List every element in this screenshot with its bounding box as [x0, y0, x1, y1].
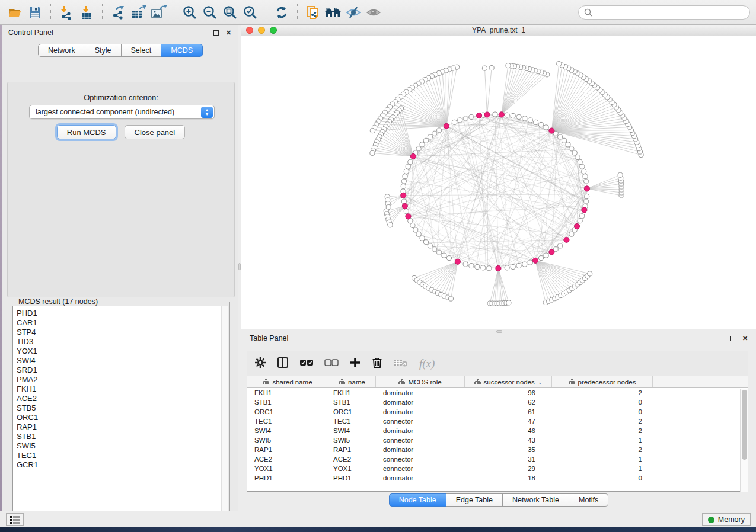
- cell-successor-nodes[interactable]: 18: [465, 473, 552, 483]
- result-scrollbar[interactable]: [221, 306, 228, 520]
- network-node[interactable]: [516, 263, 521, 268]
- criterion-dropdown[interactable]: largest connected component (undirected)…: [29, 105, 215, 119]
- network-node[interactable]: [505, 265, 509, 270]
- column-header-MCDS-role[interactable]: MCDS role: [376, 376, 465, 387]
- mcds-node[interactable]: [444, 123, 449, 129]
- network-node[interactable]: [446, 255, 451, 260]
- cell-MCDS-role[interactable]: connector: [376, 454, 465, 464]
- tab-select[interactable]: Select: [122, 44, 162, 57]
- network-node[interactable]: [584, 199, 589, 204]
- cell-name[interactable]: YOX1: [328, 464, 376, 473]
- network-canvas[interactable]: [241, 36, 756, 329]
- network-node[interactable]: [572, 150, 577, 155]
- network-node[interactable]: [588, 271, 592, 276]
- column-header-predecessor-nodes[interactable]: predecessor nodes: [552, 376, 653, 387]
- search-input[interactable]: [593, 8, 745, 17]
- cell-MCDS-role[interactable]: dominator: [376, 398, 465, 407]
- zoom-selected-icon[interactable]: [240, 2, 260, 23]
- network-node[interactable]: [584, 179, 589, 184]
- network-node[interactable]: [618, 172, 623, 177]
- network-node[interactable]: [370, 128, 375, 133]
- float-table-panel-icon[interactable]: [729, 335, 736, 342]
- mcds-node[interactable]: [499, 112, 504, 117]
- network-node[interactable]: [482, 66, 487, 70]
- network-node[interactable]: [582, 169, 586, 174]
- mcds-result-item[interactable]: SWI5: [17, 441, 228, 451]
- horizontal-splitter-grip[interactable]: [496, 330, 502, 333]
- network-node[interactable]: [463, 262, 468, 267]
- network-node[interactable]: [493, 112, 497, 117]
- table-row[interactable]: SWI4SWI4dominator462: [247, 426, 748, 435]
- table-row[interactable]: PHD1PHD1dominator180: [247, 473, 748, 483]
- network-node[interactable]: [585, 194, 589, 198]
- network-node[interactable]: [423, 138, 428, 143]
- close-table-panel-icon[interactable]: ✕: [741, 335, 749, 342]
- network-node[interactable]: [448, 296, 453, 301]
- cell-name[interactable]: PHD1: [328, 473, 376, 483]
- cell-predecessor-nodes[interactable]: 1: [552, 454, 653, 464]
- mcds-node[interactable]: [575, 223, 580, 229]
- mcds-node[interactable]: [410, 153, 416, 159]
- table-row[interactable]: RAP1RAP1dominator352: [247, 445, 748, 454]
- cell-successor-nodes[interactable]: 62: [465, 398, 552, 407]
- cell-predecessor-nodes[interactable]: 2: [552, 416, 653, 426]
- mcds-result-item[interactable]: YOX1: [17, 347, 228, 356]
- cell-name[interactable]: SWI4: [328, 426, 376, 435]
- cell-shared-name[interactable]: FKH1: [247, 388, 328, 398]
- import-network-icon[interactable]: [56, 2, 76, 23]
- cell-successor-nodes[interactable]: 29: [465, 464, 552, 473]
- network-node[interactable]: [404, 169, 409, 174]
- cell-predecessor-nodes[interactable]: 1: [552, 464, 653, 473]
- network-node[interactable]: [538, 255, 543, 260]
- network-node[interactable]: [406, 164, 410, 169]
- tab-motifs[interactable]: Motifs: [569, 493, 608, 507]
- network-node[interactable]: [506, 63, 511, 68]
- cell-successor-nodes[interactable]: 96: [465, 388, 552, 398]
- network-node[interactable]: [575, 155, 580, 159]
- network-node[interactable]: [558, 243, 563, 248]
- network-node[interactable]: [481, 265, 486, 270]
- mcds-result-item[interactable]: SRD1: [17, 366, 228, 375]
- cell-shared-name[interactable]: SWI4: [247, 426, 328, 435]
- search-box[interactable]: [578, 5, 750, 20]
- save-icon[interactable]: [25, 2, 45, 23]
- cell-name[interactable]: ORC1: [328, 407, 376, 416]
- network-node[interactable]: [511, 113, 515, 118]
- cell-predecessor-nodes[interactable]: 1: [552, 435, 653, 445]
- cell-predecessor-nodes[interactable]: 0: [552, 473, 653, 483]
- mcds-node[interactable]: [476, 113, 481, 118]
- mcds-node[interactable]: [484, 112, 490, 117]
- mcds-node[interactable]: [496, 265, 501, 271]
- network-node[interactable]: [538, 122, 543, 127]
- cell-MCDS-role[interactable]: connector: [376, 416, 465, 426]
- mcds-result-item[interactable]: STB1: [17, 432, 228, 441]
- add-column-icon[interactable]: [349, 357, 361, 371]
- column-header-successor-nodes[interactable]: successor nodes⌄: [465, 376, 552, 387]
- network-node[interactable]: [528, 260, 532, 265]
- network-node[interactable]: [469, 263, 474, 268]
- network-node[interactable]: [416, 232, 421, 236]
- network-node[interactable]: [388, 223, 393, 227]
- network-node[interactable]: [458, 118, 462, 123]
- mcds-node[interactable]: [564, 237, 569, 242]
- cell-MCDS-role[interactable]: dominator: [376, 388, 465, 398]
- cell-successor-nodes[interactable]: 31: [465, 454, 552, 464]
- network-node[interactable]: [569, 146, 574, 151]
- network-node[interactable]: [408, 159, 413, 164]
- network-node[interactable]: [544, 253, 548, 258]
- network-node[interactable]: [557, 62, 562, 66]
- cell-name[interactable]: STB1: [328, 398, 376, 407]
- task-history-button[interactable]: [6, 513, 24, 526]
- cell-MCDS-role[interactable]: dominator: [376, 473, 465, 483]
- cell-shared-name[interactable]: STB1: [247, 398, 328, 407]
- cell-predecessor-nodes[interactable]: 0: [552, 407, 653, 416]
- network-node[interactable]: [423, 240, 428, 245]
- cell-successor-nodes[interactable]: 61: [465, 407, 552, 416]
- select-all-columns-icon[interactable]: [299, 358, 314, 370]
- tab-network-table[interactable]: Network Table: [503, 493, 569, 507]
- tab-network[interactable]: Network: [38, 44, 85, 57]
- table-row[interactable]: ORC1ORC1dominator610: [247, 407, 748, 416]
- mcds-result-item[interactable]: ACE2: [17, 394, 228, 403]
- table-scrollbar-thumb[interactable]: [742, 390, 747, 460]
- network-node[interactable]: [410, 223, 415, 227]
